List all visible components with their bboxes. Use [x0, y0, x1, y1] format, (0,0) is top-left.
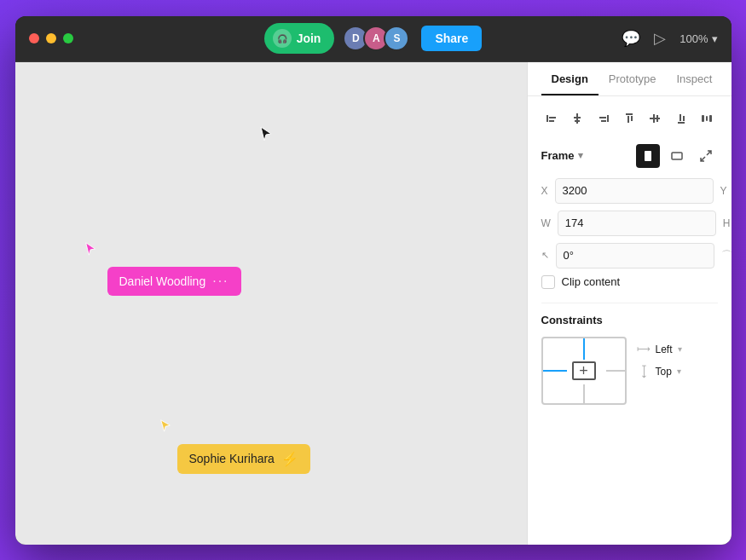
- frame-landscape-btn[interactable]: [665, 144, 689, 168]
- svg-rect-2: [549, 120, 554, 122]
- join-button[interactable]: 🎧 Join: [264, 23, 335, 54]
- titlebar: 🎧 Join D A S Share 💬 ▷ 100% ▾: [15, 16, 732, 62]
- frame-resize-btn[interactable]: [694, 144, 718, 168]
- constraint-v-arrow: ⟼: [638, 365, 649, 378]
- svg-rect-11: [631, 116, 633, 121]
- constraints-section: Constraints: [541, 303, 718, 405]
- svg-rect-21: [645, 151, 651, 161]
- titlebar-center: 🎧 Join D A S Share: [264, 23, 483, 54]
- canvas-area[interactable]: Daniel Woodling ··· Sophie Kurihara ⚡: [15, 62, 527, 545]
- constraint-v-row: ⟼ Top ▾: [637, 366, 682, 378]
- share-button[interactable]: Share: [421, 26, 482, 51]
- tab-prototype[interactable]: Prototype: [599, 62, 667, 95]
- mic-icon: ⚡: [281, 451, 298, 467]
- section-frame-title: Frame ▾: [541, 149, 583, 162]
- svg-rect-15: [678, 122, 685, 124]
- svg-rect-4: [574, 117, 581, 118]
- align-center-v-btn[interactable]: [645, 107, 665, 130]
- svg-rect-22: [672, 153, 682, 159]
- traffic-light-maximize[interactable]: [63, 33, 73, 43]
- headphone-icon: 🎧: [273, 29, 292, 48]
- comment-icon[interactable]: 💬: [622, 29, 640, 48]
- constraint-v-chevron[interactable]: ▾: [677, 367, 681, 376]
- align-toolbar: [541, 107, 718, 130]
- zoom-value: 100%: [679, 32, 708, 45]
- y-label: Y: [720, 185, 727, 197]
- cursor-yellow: [159, 419, 172, 436]
- titlebar-right: 💬 ▷ 100% ▾: [622, 29, 717, 48]
- panel-tabs: Design Prototype Inspect: [528, 62, 732, 96]
- svg-rect-6: [607, 115, 609, 122]
- constraint-v-value: Top: [656, 366, 672, 378]
- constraint-h-arrow: ⟼: [637, 344, 651, 355]
- zoom-chevron-icon: ▾: [712, 32, 718, 45]
- constraints-title: Constraints: [541, 314, 718, 326]
- angle-label: ↖: [541, 250, 549, 261]
- frame-portrait-btn[interactable]: [636, 144, 660, 168]
- svg-rect-8: [601, 120, 606, 122]
- svg-rect-16: [679, 114, 681, 121]
- svg-rect-7: [599, 117, 606, 118]
- svg-rect-5: [575, 120, 580, 122]
- w-label: W: [541, 217, 551, 229]
- align-left-btn[interactable]: [541, 107, 562, 130]
- angle-input[interactable]: [556, 243, 714, 268]
- right-panel: Design Prototype Inspect: [527, 62, 732, 545]
- avatar-group: D A S: [343, 26, 409, 51]
- app-window: 🎧 Join D A S Share 💬 ▷ 100% ▾: [15, 16, 732, 545]
- clip-content-checkbox[interactable]: [541, 275, 555, 289]
- pink-user-name: Daniel Woodling: [119, 274, 206, 288]
- join-label: Join: [297, 32, 321, 45]
- tab-inspect[interactable]: Inspect: [667, 62, 723, 95]
- yellow-user-name: Sophie Kurihara: [189, 452, 275, 465]
- share-label: Share: [435, 32, 468, 45]
- corner-radius-icon: ⌒: [721, 248, 732, 263]
- play-icon[interactable]: ▷: [654, 29, 666, 48]
- zoom-control[interactable]: 100% ▾: [679, 32, 717, 45]
- frame-icons: [636, 144, 718, 168]
- svg-rect-14: [656, 115, 658, 122]
- h-label: H: [723, 217, 731, 229]
- distribute-btn[interactable]: [697, 107, 717, 130]
- frame-chevron-icon[interactable]: ▾: [578, 150, 583, 161]
- x-label: X: [541, 185, 548, 197]
- x-input[interactable]: [555, 178, 714, 204]
- constraint-h-row: ⟼ Left ▾: [637, 344, 682, 355]
- constraint-labels: ⟼ Left ▾ ⟼ Top ▾: [637, 337, 682, 383]
- svg-rect-20: [709, 115, 712, 122]
- traffic-light-minimize[interactable]: [46, 33, 56, 43]
- align-center-h-btn[interactable]: [567, 107, 587, 130]
- align-top-btn[interactable]: [619, 107, 639, 130]
- prop-row-wh: W H ⛓: [541, 211, 718, 236]
- svg-rect-13: [653, 114, 655, 123]
- cursor-main: [259, 125, 273, 146]
- align-bottom-btn[interactable]: [671, 107, 691, 130]
- svg-rect-17: [683, 116, 685, 121]
- svg-rect-0: [546, 115, 548, 122]
- traffic-light-close[interactable]: [29, 33, 39, 43]
- constraint-h-chevron[interactable]: ▾: [678, 344, 682, 354]
- label-yellow: Sophie Kurihara ⚡: [177, 444, 310, 474]
- prop-row-xy: X Y: [541, 178, 718, 204]
- clip-content-label: Clip content: [562, 275, 621, 288]
- svg-rect-18: [702, 115, 704, 122]
- panel-body: Frame ▾: [528, 96, 732, 545]
- tab-design[interactable]: Design: [541, 62, 599, 95]
- constraint-h-value: Left: [656, 344, 673, 355]
- section-frame-header: Frame ▾: [541, 144, 718, 168]
- label-pink: Daniel Woodling ···: [107, 267, 241, 296]
- avatar-3[interactable]: S: [384, 26, 409, 51]
- constraint-diagram: +: [541, 337, 627, 405]
- titlebar-left: [29, 33, 73, 43]
- clip-content-row: Clip content: [541, 275, 718, 289]
- main-content: Daniel Woodling ··· Sophie Kurihara ⚡ De…: [15, 62, 732, 545]
- align-right-btn[interactable]: [593, 107, 613, 130]
- prop-row-angle-corner: ↖ ⌒ ⊡: [541, 243, 718, 268]
- svg-rect-19: [706, 116, 708, 121]
- svg-rect-9: [626, 113, 633, 115]
- w-input[interactable]: [558, 211, 716, 236]
- svg-rect-1: [549, 117, 556, 118]
- svg-rect-10: [627, 116, 629, 123]
- label-dots: ···: [212, 274, 228, 289]
